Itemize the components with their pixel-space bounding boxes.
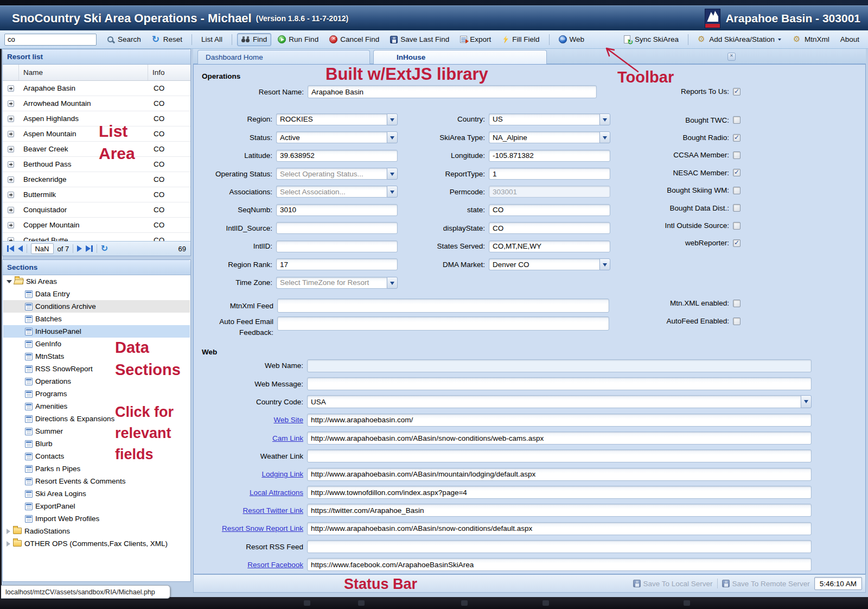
first-page-button[interactable] [7,245,14,252]
sidebar-item-ski-area-logins[interactable]: Ski Area Logins [3,487,190,500]
input-weather-link[interactable] [307,449,812,462]
toolbar-button-export[interactable]: Export [456,33,495,46]
toolbar-button-reset[interactable]: Reset [148,33,187,46]
sidebar-item-mtnstats[interactable]: MtnStats [3,350,190,363]
toolbar-button-web[interactable]: Web [554,33,589,46]
table-row[interactable]: Copper MountainCO [3,218,190,233]
table-row[interactable]: ButtermilkCO [3,187,190,202]
save-to-remote-server-button[interactable]: Save To Remote Server [722,580,810,588]
page-number-field[interactable]: NaN [31,243,54,254]
sidebar-item-rss-snowreport[interactable]: RSS SnowReport [3,363,190,375]
search-input[interactable] [4,34,97,46]
autofeed-input[interactable] [277,316,609,331]
sidebar-item-amenities[interactable]: Amenities [3,400,190,413]
sidebar-item-contacts[interactable]: Contacts [3,450,190,462]
combo-trigger-icon[interactable] [387,277,398,289]
sidebar-item-directions-expansions[interactable]: Directions & Expansions [3,413,190,425]
input-longitude[interactable]: -105.871382 [489,150,610,162]
autofeed-enabled-checkbox[interactable] [733,318,741,325]
caret-expanded-icon[interactable] [7,280,12,283]
sidebar-item-programs[interactable]: Programs [3,388,190,400]
combo-trigger-icon[interactable] [801,395,812,408]
link-cam-link[interactable]: Cam Link [199,434,307,442]
refresh-icon[interactable]: ↻ [101,245,108,252]
mtnxml-feed-input[interactable] [277,299,609,313]
toolbar-button-find[interactable]: Find [237,33,271,46]
link-resort-snow-report-link[interactable]: Resort Snow Report Link [199,524,307,532]
prev-page-button[interactable] [18,245,23,252]
table-row[interactable]: Aspen HighlandsCO [3,111,190,126]
input-web-name[interactable] [307,359,812,372]
combo-trigger-icon[interactable] [599,131,610,143]
toolbar-button-cancel-find[interactable]: Cancel Find [325,33,384,46]
sidebar-item-ski-areas[interactable]: Ski Areas [3,275,190,288]
input-states-served[interactable]: CO,MT,NE,WY [489,240,610,252]
sidebar-item-import-web-profiles[interactable]: Import Web Profiles [3,512,190,525]
toolbar-button-save-last-find[interactable]: Save Last Find [386,33,454,46]
input-web-message[interactable] [307,377,812,390]
grid-header-name[interactable]: Name [19,65,148,80]
sidebar-item-batches[interactable]: Batches [3,313,190,325]
sidebar-item-operations[interactable]: Operations [3,375,190,388]
sidebar-item-other-ops-comments-fax-clients-xml[interactable]: OTHER OPS (Comments,Fax Clients, XML) [3,537,190,550]
input-displaystate[interactable]: CO [489,222,610,234]
sidebar-item-conditions-archive[interactable]: Conditions Archive [3,300,190,313]
toolbar-button-search[interactable]: Search [102,33,145,46]
checkbox-bought-twc[interactable] [733,116,741,124]
sidebar-item-resort-events-comments[interactable]: Resort Events & Comments [3,475,190,487]
sidebar-item-radiostations[interactable]: RadioStations [3,525,190,537]
combo-value-operating-status[interactable]: Select Operating Status... [276,168,387,180]
caret-collapsed-icon[interactable] [7,541,10,547]
link-resort-facebook[interactable]: Resort Facebook [199,561,307,569]
toolbar-button-fill-field[interactable]: Fill Field [497,33,544,46]
save-to-local-server-button[interactable]: Save To Local Server [633,580,713,588]
toolbar-button-mtnxml[interactable]: MtnXml [789,33,834,46]
combo-value-country[interactable]: US [489,113,599,125]
table-row[interactable]: Berthoud PassCO [3,157,190,172]
combo-value-time-zone[interactable]: Select TimeZone for Resort [276,277,387,289]
combo-value-associations[interactable]: Select Association... [276,186,387,198]
input-cam-link[interactable]: http://www.arapahoebasin.com/ABasin/snow… [307,432,812,445]
expand-row-icon[interactable] [8,192,14,198]
sidebar-item-geninfo[interactable]: GenInfo [3,338,190,350]
expand-row-icon[interactable] [8,207,14,213]
input-local-attractions[interactable]: http://www.townofdillon.com/index.aspx?p… [307,486,812,499]
link-local-attractions[interactable]: Local Attractions [199,489,307,497]
toolbar-button-run-find[interactable]: Run Find [273,33,323,46]
combo-value-skiarea-type[interactable]: NA_Alpine [489,131,599,143]
expand-row-icon[interactable] [8,131,14,137]
close-tab-icon[interactable] [727,53,736,61]
checkbox-bought-data-dist[interactable] [733,204,741,212]
input-resort-twitter-link[interactable]: https://twitter.com/Arapahoe_Basin [307,504,812,517]
tab-inhouse[interactable]: InHouse [373,50,547,64]
table-row[interactable]: Arapahoe BasinCO [3,81,190,96]
table-row[interactable]: Aspen MountainCO [3,126,190,142]
toolbar-button-list-all[interactable]: List All [197,33,227,46]
input-resort-snow-report-link[interactable]: http://www.arapahoebasin.com/ABasin/snow… [307,522,812,535]
input-lodging-link[interactable]: http://www.arapahoebasin.com/ABasin/moun… [307,468,812,481]
expand-row-icon[interactable] [8,146,14,153]
next-page-button[interactable] [77,245,82,252]
toolbar-button-about[interactable]: About [836,33,864,46]
input-reporttype[interactable]: 1 [489,168,610,180]
checkbox-nesac-member[interactable] [733,169,741,176]
sidebar-item-data-entry[interactable]: Data Entry [3,288,190,300]
toolbar-button-sync-skiarea[interactable]: Sync SkiArea [619,33,683,46]
table-row[interactable]: BreckenridgeCO [3,172,190,187]
combo-value-region[interactable]: ROCKIES [276,113,387,125]
input-resort-rss-feed[interactable] [307,540,812,553]
link-lodging-link[interactable]: Lodging Link [199,470,307,478]
sidebar-item-summer[interactable]: Summer [3,425,190,437]
mtnxml-enabled-checkbox[interactable] [733,300,741,307]
expand-row-icon[interactable] [8,116,14,122]
table-row[interactable]: Beaver CreekCO [3,142,190,157]
input-resort-facebook[interactable]: https://www.facebook.com/ArapahoeBasinSk… [307,558,812,571]
combo-trigger-icon[interactable] [599,113,610,125]
tab-dashboard-home[interactable]: Dashboard Home [197,50,370,64]
sidebar-item-parks-n-pipes[interactable]: Parks n Pipes [3,462,190,475]
toolbar-button-add-skiarea-station[interactable]: Add SkiArea/Station [693,33,787,46]
table-row[interactable]: Arrowhead MountainCO [3,96,190,111]
checkbox-bought-radio[interactable] [733,134,741,142]
sidebar-item-exportpanel[interactable]: ExportPanel [3,500,190,512]
expand-row-icon[interactable] [8,222,14,229]
